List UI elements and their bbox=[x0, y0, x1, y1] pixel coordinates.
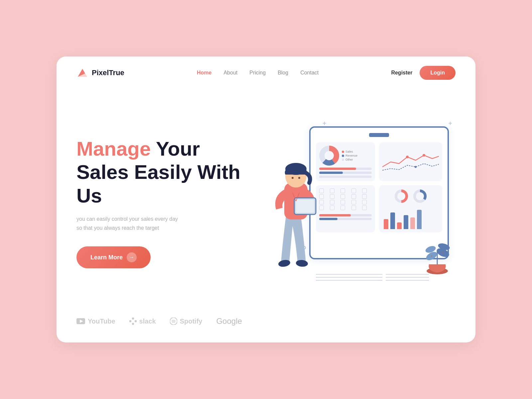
donut-bar-card bbox=[379, 185, 442, 232]
slack-icon bbox=[129, 318, 137, 325]
logo-icon bbox=[76, 67, 88, 79]
brand-slack: slack bbox=[129, 318, 156, 325]
character-illustration bbox=[263, 143, 329, 269]
nav-home[interactable]: Home bbox=[197, 70, 211, 75]
deco-plus-2: + bbox=[448, 120, 452, 127]
board-content: Sales Revenue Other bbox=[316, 142, 442, 232]
pie-legend: Sales Revenue Other bbox=[342, 149, 357, 162]
brand-google: Google bbox=[216, 317, 242, 326]
svg-rect-41 bbox=[132, 318, 134, 320]
svg-rect-23 bbox=[296, 200, 314, 213]
logo[interactable]: PixelTrue bbox=[76, 67, 124, 79]
nav-about[interactable]: About bbox=[223, 70, 237, 75]
hero-left: Manage Your Sales Easily With Us you can… bbox=[76, 137, 243, 269]
navbar: PixelTrue Home About Pricing Blog Contac… bbox=[57, 57, 475, 89]
bar-chart bbox=[382, 206, 439, 229]
brand-youtube-label: YouTube bbox=[88, 318, 115, 325]
page-container: PixelTrue Home About Pricing Blog Contac… bbox=[57, 57, 475, 342]
brand-spotify: Spotify bbox=[170, 318, 202, 325]
svg-point-19 bbox=[431, 255, 432, 257]
hero-illustration: + + + bbox=[256, 116, 456, 289]
login-button[interactable]: Login bbox=[420, 66, 456, 80]
nav-pricing[interactable]: Pricing bbox=[249, 70, 266, 75]
brand-spotify-label: Spotify bbox=[180, 318, 202, 325]
hero-title-highlight: Manage bbox=[76, 138, 151, 160]
hero-subtitle: you can easily control your sales every … bbox=[76, 214, 243, 232]
brands-section: YouTube slack Spotify Google bbox=[57, 310, 475, 342]
svg-point-8 bbox=[415, 166, 417, 168]
plant-illustration bbox=[422, 233, 452, 276]
hero-title: Manage Your Sales Easily With Us bbox=[76, 137, 243, 208]
nav-actions: Register Login bbox=[391, 66, 456, 80]
nav-blog[interactable]: Blog bbox=[278, 70, 288, 75]
register-button[interactable]: Register bbox=[391, 70, 412, 76]
youtube-icon bbox=[76, 318, 85, 324]
svg-point-7 bbox=[423, 154, 425, 157]
svg-point-29 bbox=[298, 177, 300, 179]
spotify-icon bbox=[170, 318, 177, 325]
hero-section: Manage Your Sales Easily With Us you can… bbox=[57, 89, 475, 310]
logo-text: PixelTrue bbox=[92, 68, 124, 77]
donut-1 bbox=[394, 189, 409, 204]
donuts-row bbox=[382, 189, 439, 204]
learn-more-button[interactable]: Learn More → bbox=[76, 246, 151, 268]
board-top-bar bbox=[369, 133, 389, 137]
line-chart-card bbox=[379, 142, 442, 181]
brand-slack-label: slack bbox=[139, 318, 156, 325]
line-chart-svg bbox=[382, 150, 439, 174]
donut-2 bbox=[412, 189, 428, 204]
svg-point-28 bbox=[292, 177, 294, 179]
nav-links: Home About Pricing Blog Contact bbox=[197, 70, 319, 76]
svg-point-20 bbox=[442, 252, 444, 253]
svg-point-6 bbox=[406, 156, 409, 158]
svg-rect-42 bbox=[135, 320, 137, 322]
brand-google-label: Google bbox=[216, 317, 242, 326]
arrow-icon: → bbox=[127, 252, 137, 262]
svg-rect-40 bbox=[129, 320, 131, 322]
svg-rect-43 bbox=[132, 323, 134, 325]
brand-youtube: YouTube bbox=[76, 318, 115, 325]
bottom-lines bbox=[316, 273, 429, 283]
nav-contact[interactable]: Contact bbox=[300, 70, 319, 75]
